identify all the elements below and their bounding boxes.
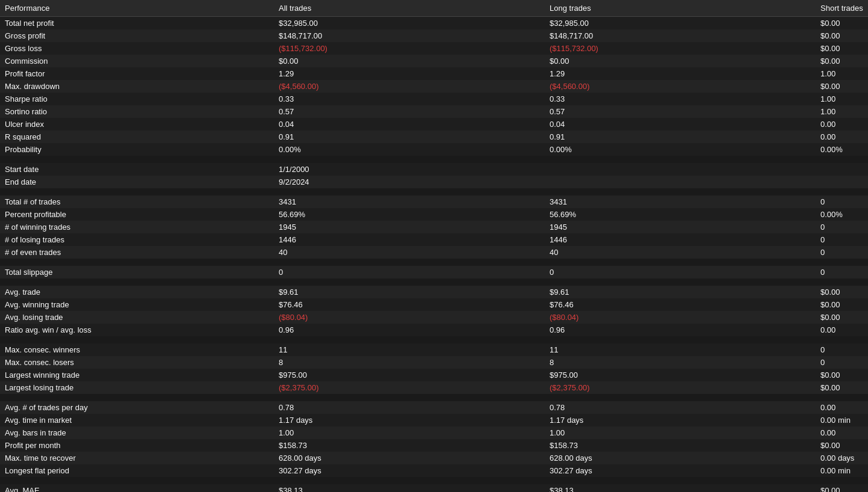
row-short-trades: 0.00 — [816, 324, 868, 336]
row-long-trades: $9.61 — [545, 286, 816, 298]
row-long-trades: $32,985.00 — [545, 17, 816, 30]
row-long-trades: 0 — [545, 266, 816, 278]
row-label: Profit factor — [0, 67, 274, 80]
row-long-trades: 0.96 — [545, 324, 816, 336]
table-row: Avg. # of trades per day0.780.780.00 — [0, 401, 868, 414]
table-row: # of even trades40400 — [0, 246, 868, 259]
table-row: Gross profit$148,717.00$148,717.00$0.00 — [0, 29, 868, 42]
row-label: Gross profit — [0, 29, 274, 42]
header-all-trades: All trades — [274, 0, 545, 17]
row-short-trades — [816, 176, 868, 188]
row-short-trades — [816, 163, 868, 176]
row-long-trades: 1.29 — [545, 67, 816, 80]
performance-table: Performance All trades Long trades Short… — [0, 0, 868, 492]
row-short-trades: 0 — [816, 195, 868, 208]
table-row: Avg. bars in trade1.001.000.00 — [0, 426, 868, 439]
row-label: Profit per month — [0, 439, 274, 452]
row-short-trades: 0 — [816, 221, 868, 233]
row-label: Max. consec. winners — [0, 343, 274, 356]
table-row: Avg. losing trade($80.04)($80.04)$0.00 — [0, 311, 868, 324]
row-short-trades: $0.00 — [816, 42, 868, 55]
row-short-trades: 0.00 days — [816, 452, 868, 464]
row-label: Avg. winning trade — [0, 298, 274, 311]
table-row: Total # of trades343134310 — [0, 195, 868, 208]
row-all-trades: 0.78 — [274, 401, 545, 414]
row-long-trades: 56.69% — [545, 208, 816, 221]
row-label: Avg. MAE — [0, 484, 274, 492]
row-short-trades: 0.00% — [816, 208, 868, 221]
table-row: Max. drawdown($4,560.00)($4,560.00)$0.00 — [0, 80, 868, 93]
row-short-trades: 0 — [816, 343, 868, 356]
row-long-trades — [545, 163, 816, 176]
table-row: Avg. MAE$38.13$38.13$0.00 — [0, 484, 868, 492]
row-long-trades: 1.00 — [545, 426, 816, 439]
row-all-trades: 0.04 — [274, 118, 545, 131]
row-all-trades: $9.61 — [274, 286, 545, 298]
row-all-trades: $76.46 — [274, 298, 545, 311]
row-all-trades: ($2,375.00) — [274, 381, 545, 394]
row-short-trades: 0.00 min — [816, 464, 868, 477]
table-row: Commission$0.00$0.00$0.00 — [0, 55, 868, 67]
row-label: Avg. # of trades per day — [0, 401, 274, 414]
table-row: R squared0.910.910.00 — [0, 131, 868, 143]
table-row: Avg. trade$9.61$9.61$0.00 — [0, 286, 868, 298]
row-label: # of winning trades — [0, 221, 274, 233]
row-long-trades: ($115,732.00) — [545, 42, 816, 55]
row-short-trades: 1.00 — [816, 93, 868, 105]
table-row: Ulcer index0.040.040.00 — [0, 118, 868, 131]
spacer-row — [0, 156, 868, 163]
row-label: Avg. losing trade — [0, 311, 274, 324]
table-row: Percent profitable56.69%56.69%0.00% — [0, 208, 868, 221]
row-long-trades: $38.13 — [545, 484, 816, 492]
row-short-trades: 1.00 — [816, 105, 868, 118]
table-row: Max. consec. losers880 — [0, 356, 868, 369]
row-all-trades: 0.96 — [274, 324, 545, 336]
row-label: R squared — [0, 131, 274, 143]
row-all-trades: $148,717.00 — [274, 29, 545, 42]
table-row: Avg. time in market1.17 days1.17 days0.0… — [0, 414, 868, 426]
row-short-trades: $0.00 — [816, 369, 868, 381]
row-label: Sharpe ratio — [0, 93, 274, 105]
row-label: Max. drawdown — [0, 80, 274, 93]
header-performance: Performance — [0, 0, 274, 17]
row-short-trades: 0 — [816, 246, 868, 259]
row-long-trades: 8 — [545, 356, 816, 369]
row-short-trades: 1.00 — [816, 67, 868, 80]
row-short-trades: $0.00 — [816, 381, 868, 394]
row-long-trades: 0.33 — [545, 93, 816, 105]
table-header-row: Performance All trades Long trades Short… — [0, 0, 868, 17]
row-label: Ratio avg. win / avg. loss — [0, 324, 274, 336]
row-label: Start date — [0, 163, 274, 176]
row-short-trades: 0.00 — [816, 131, 868, 143]
row-long-trades: ($4,560.00) — [545, 80, 816, 93]
row-short-trades: $0.00 — [816, 55, 868, 67]
row-long-trades: 0.78 — [545, 401, 816, 414]
row-label: Avg. bars in trade — [0, 426, 274, 439]
row-long-trades: $158.73 — [545, 439, 816, 452]
row-all-trades: $0.00 — [274, 55, 545, 67]
row-label: Ulcer index — [0, 118, 274, 131]
row-all-trades: ($4,560.00) — [274, 80, 545, 93]
row-all-trades: 8 — [274, 356, 545, 369]
row-long-trades: 302.27 days — [545, 464, 816, 477]
table-row: Gross loss($115,732.00)($115,732.00)$0.0… — [0, 42, 868, 55]
spacer-row — [0, 394, 868, 401]
table-row: Probability0.00%0.00%0.00% — [0, 143, 868, 156]
performance-table-container: Performance All trades Long trades Short… — [0, 0, 868, 492]
table-row: Total net profit$32,985.00$32,985.00$0.0… — [0, 17, 868, 30]
row-all-trades: 1945 — [274, 221, 545, 233]
header-short-trades: Short trades — [816, 0, 868, 17]
row-all-trades: 1446 — [274, 233, 545, 246]
row-label: Max. consec. losers — [0, 356, 274, 369]
row-all-trades: $158.73 — [274, 439, 545, 452]
table-row: Profit per month$158.73$158.73$0.00 — [0, 439, 868, 452]
table-row: Longest flat period302.27 days302.27 day… — [0, 464, 868, 477]
row-label: Total # of trades — [0, 195, 274, 208]
row-all-trades: 1.29 — [274, 67, 545, 80]
row-short-trades: 0.00 — [816, 401, 868, 414]
row-all-trades: 0.00% — [274, 143, 545, 156]
row-long-trades: 628.00 days — [545, 452, 816, 464]
row-long-trades: 0.00% — [545, 143, 816, 156]
row-all-trades: 0 — [274, 266, 545, 278]
row-short-trades: $0.00 — [816, 17, 868, 30]
